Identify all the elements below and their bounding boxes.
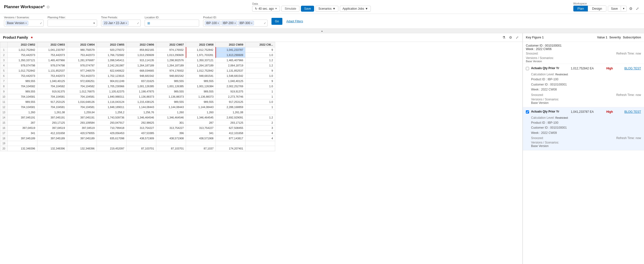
data-cell[interactable] xyxy=(126,141,156,146)
alert-link-2[interactable]: BLOG TEST xyxy=(624,110,641,114)
data-cell[interactable]: 627,508455 xyxy=(216,125,246,131)
data-cell[interactable]: 1,705,230966 xyxy=(97,84,126,89)
alert-link-1[interactable]: BLOG TEST xyxy=(624,67,641,70)
data-cell[interactable]: 1,040,40125 xyxy=(38,79,67,84)
ibp200-close[interactable]: ✕ xyxy=(234,22,236,25)
data-cell[interactable]: 1,702,123615 xyxy=(97,73,126,79)
data-cell[interactable]: 1,350,337121 xyxy=(186,58,216,63)
data-cell[interactable] xyxy=(8,141,38,146)
data-cell[interactable]: 1.2 xyxy=(246,58,275,63)
data-cell[interactable]: 1 xyxy=(246,94,275,99)
data-cell[interactable]: 1,136,88373 xyxy=(156,94,186,99)
data-cell[interactable]: 972,606251 xyxy=(67,79,97,84)
data-cell[interactable]: 989,555 xyxy=(8,79,38,84)
data-cell[interactable]: 1.2 xyxy=(246,63,275,68)
data-cell[interactable]: 948,681542 xyxy=(126,73,156,79)
save-button[interactable]: Save xyxy=(608,6,621,12)
data-cell[interactable]: 704,104581 xyxy=(38,105,67,110)
data-cell[interactable]: 219,452097 xyxy=(97,146,126,151)
data-cell[interactable]: 1,105,62375 xyxy=(97,89,126,94)
data-cell[interactable]: 1,131,852537 xyxy=(38,68,67,73)
data-cell[interactable]: 1,264,187189 xyxy=(156,63,186,68)
data-cell[interactable]: 704,104581 xyxy=(8,94,38,99)
data-cell[interactable]: 293,17125 xyxy=(38,120,67,125)
tab-design[interactable]: Design xyxy=(588,6,606,12)
data-cell[interactable]: 437,53385 xyxy=(126,131,156,136)
product-input[interactable]: IBP-100 ✕ IBP-200 ✕ IBP-300 ✕ ⤢ xyxy=(203,20,268,27)
data-cell[interactable]: 989,555 xyxy=(8,99,38,105)
data-cell[interactable]: 1,041,233787 xyxy=(38,47,67,53)
data-cell[interactable]: 978,074797 xyxy=(67,63,97,68)
data-cell[interactable]: 397,045191 xyxy=(67,115,97,120)
data-cell[interactable]: 753,442073 xyxy=(67,53,97,58)
data-cell[interactable]: 1,465,407966 xyxy=(216,58,246,63)
data-cell[interactable]: 1,136,88373 xyxy=(186,94,216,99)
data-cell[interactable] xyxy=(246,141,275,146)
data-cell[interactable] xyxy=(38,141,67,146)
ibp100-close[interactable]: ✕ xyxy=(217,22,219,25)
data-cell[interactable]: 1,198,47875 xyxy=(126,89,156,94)
data-cell[interactable]: 1,613,290609 xyxy=(216,53,246,58)
data-cell[interactable]: 835,617098 xyxy=(97,136,126,141)
data-cell[interactable]: 704,104581 xyxy=(8,105,38,110)
refresh-button[interactable]: ↻ 40 sec. ago ▼ xyxy=(252,6,280,12)
data-cell[interactable]: 915,114135 xyxy=(126,58,156,63)
data-cell[interactable]: 668,034665 xyxy=(126,68,156,73)
data-cell[interactable]: 1,743,509736 xyxy=(97,115,126,120)
data-cell[interactable]: 917,253125 xyxy=(216,99,246,105)
data-cell[interactable]: 1,116,043124 xyxy=(97,99,126,105)
collapse-bar[interactable]: ▲ xyxy=(0,29,644,33)
data-cell[interactable]: 397,045189 xyxy=(38,136,67,141)
data-cell[interactable]: 313,754227 xyxy=(126,125,156,131)
data-cell[interactable]: 1,298,902576 xyxy=(156,58,186,63)
data-cell[interactable]: 704,104581 xyxy=(67,94,97,99)
data-cell[interactable]: 9 xyxy=(246,79,275,84)
data-cell[interactable]: 1,264,187189 xyxy=(126,63,156,68)
data-cell[interactable]: 438,571908 xyxy=(186,136,216,141)
data-cell[interactable]: 1,041,233787 xyxy=(216,47,246,53)
data-cell[interactable]: 1 xyxy=(246,89,275,94)
ibp300-close[interactable]: ✕ xyxy=(251,22,253,25)
data-cell[interactable]: 948,681542 xyxy=(156,73,186,79)
data-cell[interactable]: 87,103701 xyxy=(126,146,156,151)
data-cell[interactable]: 438,571909 xyxy=(126,136,156,141)
data-cell[interactable]: 989,555 xyxy=(156,89,186,94)
save-dropdown-button[interactable]: ▼ xyxy=(621,6,626,11)
data-cell[interactable]: 978,074798 xyxy=(38,63,67,68)
data-cell[interactable]: 1,001,126385 xyxy=(126,84,156,89)
data-cell[interactable]: 1,256,76 xyxy=(126,110,156,115)
planning-filter-select[interactable]: ▼ xyxy=(48,20,97,27)
location-value-help-icon[interactable]: ⊞ xyxy=(148,21,150,25)
data-cell[interactable]: 293,109584 xyxy=(67,120,97,125)
data-cell[interactable]: 1,136,88373 xyxy=(126,94,156,99)
data-cell[interactable] xyxy=(67,141,97,146)
data-cell[interactable]: 287 xyxy=(8,120,38,125)
data-cell[interactable]: 2 xyxy=(246,120,275,125)
data-cell[interactable]: 341 xyxy=(8,131,38,136)
base-version-close[interactable]: ✕ xyxy=(25,22,27,25)
data-cell[interactable]: 4 xyxy=(246,131,275,136)
data-cell[interactable]: 429,056453 xyxy=(97,131,126,136)
data-cell[interactable]: 87,103701 xyxy=(156,146,186,151)
versions-expand-icon[interactable]: ⤢ xyxy=(40,22,42,25)
data-cell[interactable]: 1,144,08443 xyxy=(186,105,216,110)
alert-checkbox-1[interactable] xyxy=(526,67,529,70)
data-cell[interactable]: 2,692,929091 xyxy=(216,115,246,120)
data-cell[interactable]: 1,215,438125 xyxy=(126,99,156,105)
data-cell[interactable]: 753,442073 xyxy=(8,73,38,79)
data-cell[interactable]: 9 xyxy=(246,68,275,73)
data-cell[interactable]: 704,104582 xyxy=(67,84,97,89)
data-cell[interactable]: 397,045191 xyxy=(38,115,67,120)
versions-input[interactable]: Base Version ✕ ⤢ xyxy=(4,20,44,27)
data-cell[interactable]: 1,971,703281 xyxy=(186,53,216,58)
data-cell[interactable]: 1.0 xyxy=(246,99,275,105)
data-cell[interactable]: 1,465,407966 xyxy=(38,58,67,63)
data-cell[interactable]: 293,047917 xyxy=(97,120,126,125)
data-cell[interactable]: 1,346,464546 xyxy=(126,115,156,120)
data-cell[interactable]: 1,264,187189 xyxy=(186,63,216,68)
data-cell[interactable]: 974,176932 xyxy=(156,68,186,73)
data-cell[interactable]: 1 xyxy=(246,105,275,110)
data-cell[interactable]: 978,074798 xyxy=(8,63,38,68)
data-cell[interactable]: 837,01625 xyxy=(126,79,156,84)
data-cell[interactable]: 1,131,852537 xyxy=(216,68,246,73)
